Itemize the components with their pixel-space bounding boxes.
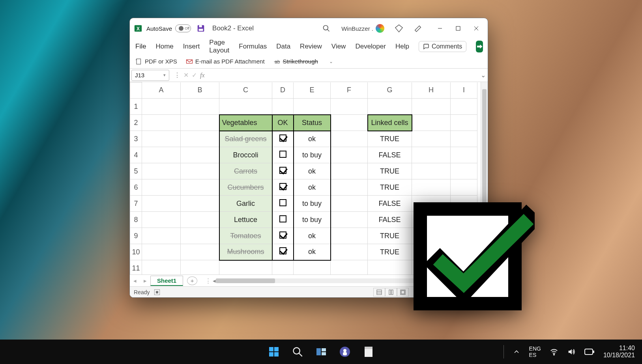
cell-A10[interactable] bbox=[142, 244, 181, 260]
cell-G2[interactable]: Linked cells bbox=[368, 115, 412, 131]
cell-C3[interactable]: Salad greens bbox=[219, 131, 272, 147]
cell-C6[interactable]: Cucumbers bbox=[219, 179, 272, 196]
pen-icon[interactable] bbox=[414, 24, 422, 33]
qa-overflow-icon[interactable]: ⌄ bbox=[329, 59, 333, 64]
cell-F6[interactable] bbox=[331, 179, 368, 196]
checkbox[interactable] bbox=[279, 151, 286, 158]
cell-C1[interactable] bbox=[219, 99, 272, 115]
cell-I5[interactable] bbox=[451, 163, 477, 179]
col-header-B[interactable]: B bbox=[181, 82, 219, 99]
cell-F8[interactable] bbox=[331, 212, 368, 228]
cell-A1[interactable] bbox=[142, 99, 181, 115]
cell-F1[interactable] bbox=[331, 99, 368, 115]
cell-E9[interactable]: ok bbox=[294, 228, 331, 244]
cell-C9[interactable]: Tomatoes bbox=[219, 228, 272, 244]
cell-E4[interactable]: to buy bbox=[294, 147, 331, 163]
cell-F10[interactable] bbox=[331, 244, 368, 260]
row-header-7[interactable]: 7 bbox=[130, 196, 142, 212]
cell-B3[interactable] bbox=[181, 131, 219, 147]
cell-D7[interactable] bbox=[272, 196, 294, 212]
cell-I1[interactable] bbox=[451, 99, 477, 115]
file-app-button[interactable] bbox=[362, 345, 375, 358]
close-button[interactable] bbox=[467, 19, 485, 37]
cell-F3[interactable] bbox=[331, 131, 368, 147]
start-button[interactable] bbox=[267, 345, 281, 358]
col-header-H[interactable]: H bbox=[412, 82, 451, 99]
col-header-G[interactable]: G bbox=[368, 82, 412, 99]
menu-insert[interactable]: Insert bbox=[183, 43, 200, 50]
select-all-corner[interactable] bbox=[130, 82, 142, 99]
cell-C8[interactable]: Lettuce bbox=[219, 212, 272, 228]
cell-F5[interactable] bbox=[331, 163, 368, 179]
col-header-A[interactable]: A bbox=[142, 82, 181, 99]
cell-D9[interactable] bbox=[272, 228, 294, 244]
language-switch[interactable]: ENG ES bbox=[529, 345, 541, 358]
row-header-1[interactable]: 1 bbox=[130, 99, 142, 115]
cell-G9[interactable]: TRUE bbox=[368, 228, 412, 244]
qa-pdf-xps[interactable]: PDF or XPS bbox=[135, 58, 177, 65]
view-page-layout-button[interactable] bbox=[385, 288, 397, 297]
row-header-4[interactable]: 4 bbox=[130, 147, 142, 163]
fx-icon[interactable]: fx bbox=[200, 72, 205, 79]
menu-help[interactable]: Help bbox=[395, 43, 409, 50]
cell-I6[interactable] bbox=[451, 179, 477, 196]
menu-page-layout[interactable]: Page Layout bbox=[209, 39, 229, 54]
cell-H6[interactable] bbox=[412, 179, 451, 196]
diamond-icon[interactable] bbox=[395, 24, 403, 33]
cell-E7[interactable]: to buy bbox=[294, 196, 331, 212]
cell-D5[interactable] bbox=[272, 163, 294, 179]
checkbox[interactable] bbox=[279, 247, 286, 254]
view-page-break-button[interactable] bbox=[397, 288, 409, 297]
cell-G4[interactable]: FALSE bbox=[368, 147, 412, 163]
cell-G7[interactable]: FALSE bbox=[368, 196, 412, 212]
sheet-tab-sheet1[interactable]: Sheet1 bbox=[150, 276, 183, 286]
minimize-button[interactable] bbox=[431, 19, 449, 37]
checkbox[interactable] bbox=[279, 183, 286, 190]
row-header-2[interactable]: 2 bbox=[130, 115, 142, 131]
tab-prev-icon[interactable]: ◂ bbox=[130, 277, 140, 284]
cell-F11[interactable] bbox=[331, 260, 368, 275]
battery-icon[interactable] bbox=[584, 348, 595, 355]
autosave-control[interactable]: AutoSave Off bbox=[146, 24, 191, 32]
menu-file[interactable]: File bbox=[135, 43, 146, 50]
cell-D11[interactable] bbox=[272, 260, 294, 275]
cell-G6[interactable]: TRUE bbox=[368, 179, 412, 196]
cell-B4[interactable] bbox=[181, 147, 219, 163]
clock[interactable]: 11:40 10/18/2021 bbox=[603, 345, 635, 359]
cell-B6[interactable] bbox=[181, 179, 219, 196]
cell-B8[interactable] bbox=[181, 212, 219, 228]
row-header-6[interactable]: 6 bbox=[130, 179, 142, 196]
cell-H5[interactable] bbox=[412, 163, 451, 179]
qa-strikethrough[interactable]: ab Strikethrough bbox=[273, 58, 318, 65]
cell-G1[interactable] bbox=[368, 99, 412, 115]
cell-I2[interactable] bbox=[451, 115, 477, 131]
cell-G8[interactable]: FALSE bbox=[368, 212, 412, 228]
menu-formulas[interactable]: Formulas bbox=[239, 43, 267, 50]
menu-review[interactable]: Review bbox=[300, 43, 322, 50]
cell-F4[interactable] bbox=[331, 147, 368, 163]
row-header-5[interactable]: 5 bbox=[130, 163, 142, 179]
cell-F9[interactable] bbox=[331, 228, 368, 244]
col-header-C[interactable]: C bbox=[219, 82, 272, 99]
cell-E8[interactable]: to buy bbox=[294, 212, 331, 228]
teams-button[interactable] bbox=[338, 345, 352, 358]
tab-next-icon[interactable]: ▸ bbox=[140, 277, 150, 284]
cell-E10[interactable]: ok bbox=[294, 244, 331, 260]
cell-E1[interactable] bbox=[294, 99, 331, 115]
row-header-3[interactable]: 3 bbox=[130, 131, 142, 147]
cell-B1[interactable] bbox=[181, 99, 219, 115]
menu-view[interactable]: View bbox=[331, 43, 346, 50]
cell-E2[interactable]: Status bbox=[294, 115, 331, 131]
cell-A2[interactable] bbox=[142, 115, 181, 131]
cell-F7[interactable] bbox=[331, 196, 368, 212]
formula-more-icon[interactable]: ⋮ bbox=[174, 71, 180, 79]
cell-H4[interactable] bbox=[412, 147, 451, 163]
checkbox[interactable] bbox=[279, 231, 286, 239]
taskbar-search-button[interactable] bbox=[291, 345, 304, 358]
maximize-button[interactable] bbox=[449, 19, 467, 37]
cell-C11[interactable] bbox=[219, 260, 272, 275]
checkbox[interactable] bbox=[279, 215, 286, 222]
cell-E3[interactable]: ok bbox=[294, 131, 331, 147]
cell-H2[interactable] bbox=[412, 115, 451, 131]
checkbox[interactable] bbox=[279, 167, 286, 174]
